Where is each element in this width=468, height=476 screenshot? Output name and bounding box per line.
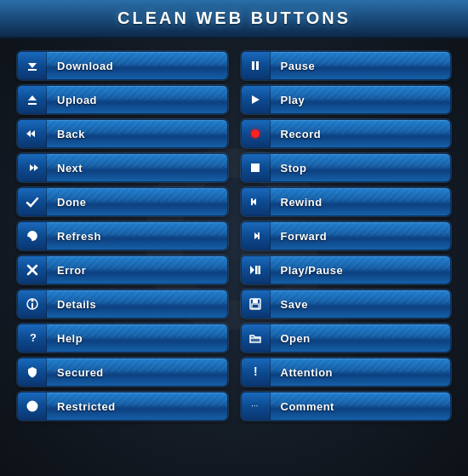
- play-label: Play: [271, 94, 305, 106]
- svg-text:···: ···: [251, 401, 258, 410]
- refresh-button[interactable]: Refresh: [17, 221, 228, 250]
- details-icon: [18, 290, 47, 318]
- download-label: Download: [47, 60, 113, 72]
- header: CLEAN WEB BUTTONS: [0, 0, 468, 38]
- svg-marker-4: [31, 130, 35, 137]
- error-icon: [18, 255, 47, 284]
- playpause-label: Play/Pause: [271, 264, 344, 277]
- help-icon: ?: [18, 324, 47, 353]
- upload-label: Upload: [47, 94, 97, 106]
- svg-text:?: ?: [30, 331, 37, 344]
- svg-rect-25: [255, 266, 258, 274]
- playpause-button[interactable]: Play/Pause: [241, 255, 452, 284]
- upload-icon: [18, 85, 47, 114]
- comment-label: Comment: [271, 400, 334, 413]
- back-icon: [18, 119, 47, 148]
- forward-icon: [242, 221, 271, 250]
- stop-button[interactable]: Stop: [241, 153, 452, 182]
- record-label: Record: [271, 128, 322, 141]
- help-button[interactable]: ? Help: [17, 324, 228, 353]
- svg-point-11: [31, 300, 33, 302]
- button-grid: Download Upload Back Next: [0, 38, 468, 433]
- svg-rect-17: [252, 61, 254, 70]
- next-icon: [18, 153, 47, 182]
- upload-button[interactable]: Upload: [17, 85, 228, 114]
- attention-label: Attention: [271, 366, 334, 379]
- download-button[interactable]: Download: [17, 51, 228, 80]
- svg-rect-23: [258, 232, 260, 239]
- record-icon: [242, 119, 271, 148]
- attention-icon: !: [242, 358, 271, 387]
- secured-button[interactable]: Secured: [17, 358, 228, 387]
- attention-button[interactable]: ! Attention: [241, 358, 452, 387]
- playpause-icon: [242, 255, 271, 284]
- pause-label: Pause: [271, 60, 316, 72]
- refresh-label: Refresh: [47, 230, 101, 243]
- svg-marker-0: [28, 63, 37, 68]
- open-label: Open: [271, 332, 311, 345]
- svg-rect-12: [31, 303, 33, 308]
- svg-marker-6: [30, 164, 34, 171]
- stop-icon: [242, 153, 271, 182]
- pause-icon: [242, 51, 271, 80]
- back-label: Back: [47, 128, 85, 141]
- forward-button[interactable]: Forward: [241, 221, 452, 250]
- open-button[interactable]: Open: [241, 324, 452, 353]
- forward-label: Forward: [271, 230, 328, 243]
- secured-label: Secured: [47, 366, 104, 379]
- next-label: Next: [47, 162, 83, 175]
- play-button[interactable]: Play: [241, 85, 452, 114]
- svg-rect-26: [259, 266, 261, 274]
- record-button[interactable]: Record: [241, 119, 452, 148]
- error-label: Error: [47, 264, 86, 277]
- done-button[interactable]: Done: [17, 187, 228, 216]
- svg-marker-2: [28, 95, 37, 100]
- restricted-button[interactable]: Restricted: [17, 392, 228, 421]
- stop-label: Stop: [271, 162, 307, 175]
- comment-icon: ···: [242, 392, 271, 421]
- svg-marker-7: [34, 164, 38, 171]
- page-title: CLEAN WEB BUTTONS: [117, 9, 351, 27]
- done-icon: [18, 187, 47, 216]
- svg-rect-29: [252, 304, 259, 308]
- svg-rect-3: [28, 103, 37, 105]
- svg-rect-1: [28, 69, 37, 71]
- svg-rect-18: [256, 61, 259, 70]
- play-icon: [242, 85, 271, 114]
- rewind-button[interactable]: Rewind: [241, 187, 452, 216]
- download-icon: [18, 51, 47, 80]
- details-button[interactable]: Details: [17, 290, 228, 318]
- svg-marker-24: [250, 266, 254, 274]
- details-label: Details: [47, 298, 96, 311]
- back-button[interactable]: Back: [17, 119, 228, 148]
- next-button[interactable]: Next: [17, 153, 228, 182]
- svg-marker-5: [26, 130, 31, 137]
- error-button[interactable]: Error: [17, 255, 228, 284]
- open-icon: [242, 324, 271, 353]
- restricted-icon: [18, 392, 47, 421]
- svg-marker-19: [252, 95, 260, 104]
- help-label: Help: [47, 332, 83, 345]
- secured-icon: [18, 358, 47, 387]
- done-label: Done: [47, 196, 87, 209]
- svg-rect-28: [253, 299, 258, 303]
- refresh-icon: [18, 221, 47, 250]
- save-label: Save: [271, 298, 308, 311]
- save-button[interactable]: Save: [241, 290, 452, 318]
- comment-button[interactable]: ··· Comment: [241, 392, 452, 421]
- rewind-icon: [242, 187, 271, 216]
- svg-text:!: !: [254, 365, 258, 378]
- restricted-label: Restricted: [47, 400, 116, 413]
- right-column: Pause Play Record Stop: [241, 51, 452, 421]
- left-column: Download Upload Back Next: [17, 51, 228, 421]
- save-icon: [242, 290, 271, 318]
- rewind-label: Rewind: [271, 196, 322, 209]
- svg-rect-21: [251, 198, 253, 205]
- pause-button[interactable]: Pause: [241, 51, 452, 80]
